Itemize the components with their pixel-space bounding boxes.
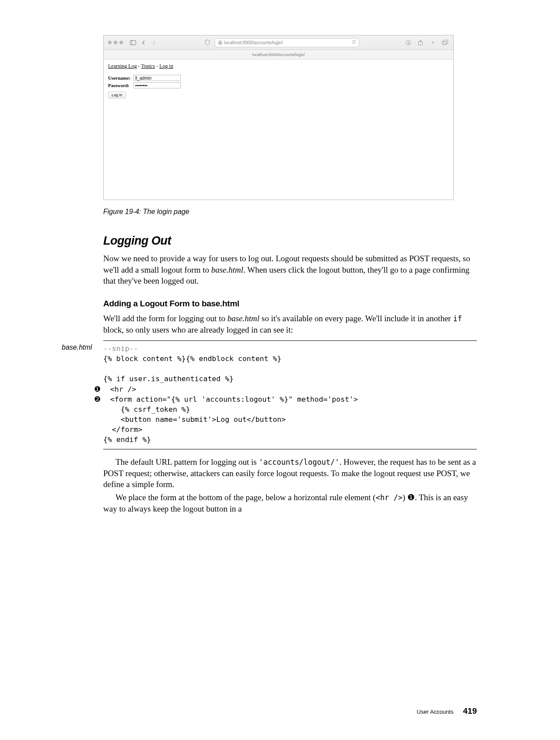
plus-icon: + bbox=[429, 39, 437, 46]
subsection-adding-logout: Adding a Logout Form to base.html bbox=[103, 299, 477, 309]
code-listing: base.html --snip-- {% block content %}{%… bbox=[103, 340, 477, 449]
back-icon bbox=[140, 39, 147, 46]
nav-login: Log in bbox=[159, 63, 173, 69]
inline-code-if: if bbox=[453, 314, 462, 323]
site-info-icon: 🔒︎ bbox=[218, 40, 223, 45]
url-bar: 🔒︎ localhost:8000/accounts/login/ bbox=[215, 38, 359, 47]
filename-basehtml: base.html bbox=[211, 265, 243, 274]
browser-tab: localhost:8000/accounts/login/ bbox=[104, 50, 453, 60]
figure-caption: Figure 19-4: The login page bbox=[103, 208, 477, 216]
page-content: Learning Log - Topics - Log in Username:… bbox=[104, 60, 453, 102]
login-button: Log in bbox=[108, 91, 126, 98]
traffic-yellow-icon bbox=[114, 41, 117, 44]
inline-code-hr: <hr /> bbox=[376, 493, 402, 502]
traffic-red-icon bbox=[108, 41, 112, 44]
paragraph-4: We place the form at the bottom of the p… bbox=[103, 492, 477, 514]
nav-learning-log: Learning Log bbox=[108, 63, 137, 69]
filename-basehtml-2: base.html bbox=[228, 314, 259, 323]
code-bullet-2: ❷ bbox=[93, 394, 102, 404]
sidebar-icon bbox=[129, 39, 137, 46]
paragraph-3: The default URL pattern for logging out … bbox=[103, 456, 477, 490]
page-footer: User Accounts 419 bbox=[417, 706, 477, 716]
tab-title: localhost:8000/accounts/login/ bbox=[252, 53, 305, 57]
svg-rect-7 bbox=[444, 40, 448, 44]
inline-code-logout-url: 'accounts/logout/' bbox=[259, 458, 340, 466]
code-filename-label: base.html bbox=[62, 344, 92, 351]
bullet-ref-1: ❶ bbox=[407, 493, 415, 502]
paragraph-2: We'll add the form for logging out to ba… bbox=[103, 313, 477, 335]
username-input bbox=[133, 75, 181, 81]
window-traffic-lights bbox=[108, 41, 123, 44]
username-label: Username: bbox=[108, 75, 133, 81]
nav-topics: Topics bbox=[141, 63, 155, 69]
code-pre: --snip-- {% block content %}{% endblock … bbox=[103, 344, 477, 445]
share-icon bbox=[416, 39, 424, 46]
paragraph-1: Now we need to provide a way for users t… bbox=[103, 253, 477, 287]
book-page: 🔒︎ localhost:8000/accounts/login/ + bbox=[0, 0, 560, 740]
svg-rect-0 bbox=[130, 40, 136, 45]
footer-page-number: 419 bbox=[463, 706, 477, 715]
shield-icon bbox=[203, 39, 211, 46]
url-text: localhost:8000/accounts/login/ bbox=[224, 40, 283, 45]
reload-icon bbox=[352, 40, 356, 45]
traffic-green-icon bbox=[119, 41, 123, 44]
tabs-icon bbox=[441, 39, 449, 46]
code-bullet-1: ❶ bbox=[93, 384, 102, 394]
password-label: Password: bbox=[108, 83, 133, 88]
svg-rect-6 bbox=[442, 42, 447, 45]
section-heading-logging-out: Logging Out bbox=[103, 234, 477, 248]
browser-screenshot: 🔒︎ localhost:8000/accounts/login/ + bbox=[103, 35, 454, 200]
login-form: Username: Password: Log in bbox=[108, 75, 449, 98]
browser-toolbar: 🔒︎ localhost:8000/accounts/login/ + bbox=[104, 35, 453, 50]
download-icon bbox=[404, 39, 412, 46]
site-nav: Learning Log - Topics - Log in bbox=[108, 63, 449, 70]
forward-icon bbox=[150, 39, 158, 46]
footer-chapter: User Accounts bbox=[417, 708, 454, 715]
password-input bbox=[133, 82, 181, 88]
